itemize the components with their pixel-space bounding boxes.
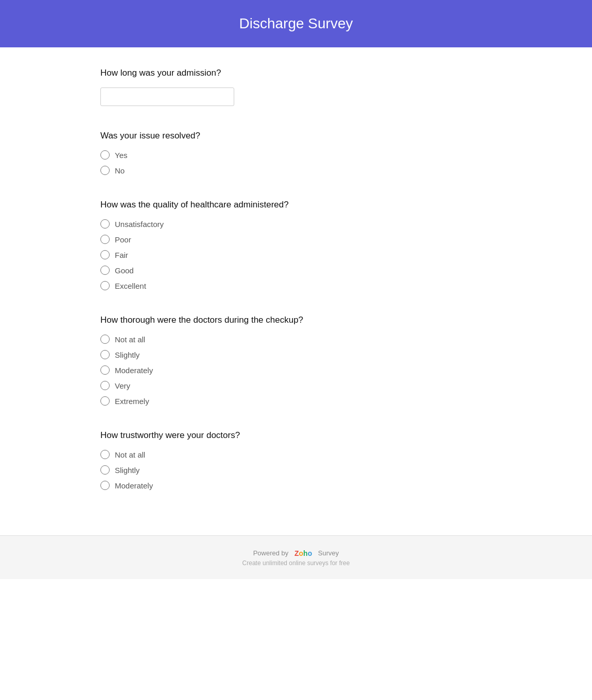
question-label-q5: How trustworthy were your doctors? xyxy=(100,430,492,441)
question-label-q3: How was the quality of healthcare admini… xyxy=(100,200,492,210)
text-input-q1[interactable] xyxy=(100,87,234,106)
radio-option-q2-0[interactable]: Yes xyxy=(100,150,492,160)
radio-option-q4-2[interactable]: Moderately xyxy=(100,365,492,375)
radio-input-q3-2[interactable] xyxy=(100,250,110,259)
radio-label-q3-0: Unsatisfactory xyxy=(115,220,164,229)
radio-input-q4-1[interactable] xyxy=(100,350,110,359)
survey-body: How long was your admission?Was your iss… xyxy=(75,47,517,535)
radio-option-q3-1[interactable]: Poor xyxy=(100,235,492,244)
question-label-q2: Was your issue resolved? xyxy=(100,131,492,141)
radio-option-q5-2[interactable]: Moderately xyxy=(100,481,492,490)
radio-option-q3-0[interactable]: Unsatisfactory xyxy=(100,219,492,229)
radio-input-q5-1[interactable] xyxy=(100,465,110,475)
radio-option-q5-1[interactable]: Slightly xyxy=(100,465,492,475)
radio-label-q3-3: Good xyxy=(115,266,134,275)
radio-label-q5-0: Not at all xyxy=(115,450,145,459)
page-title: Discharge Survey xyxy=(10,15,582,32)
radio-group-q4: Not at allSlightlyModeratelyVeryExtremel… xyxy=(100,335,492,406)
radio-label-q3-2: Fair xyxy=(115,251,128,259)
radio-option-q3-3[interactable]: Good xyxy=(100,266,492,275)
radio-option-q4-3[interactable]: Very xyxy=(100,381,492,390)
question-block-q2: Was your issue resolved?YesNo xyxy=(100,131,492,175)
radio-label-q2-0: Yes xyxy=(115,151,127,160)
footer-sub: Create unlimited online surveys for free xyxy=(10,559,582,567)
question-label-q4: How thorough were the doctors during the… xyxy=(100,315,492,325)
radio-group-q3: UnsatisfactoryPoorFairGoodExcellent xyxy=(100,219,492,290)
radio-label-q5-1: Slightly xyxy=(115,466,140,475)
radio-input-q4-0[interactable] xyxy=(100,335,110,344)
radio-option-q3-4[interactable]: Excellent xyxy=(100,281,492,290)
question-block-q4: How thorough were the doctors during the… xyxy=(100,315,492,406)
radio-label-q4-3: Very xyxy=(115,381,130,390)
page-header: Discharge Survey xyxy=(0,0,592,47)
question-block-q1: How long was your admission? xyxy=(100,68,492,106)
radio-input-q3-4[interactable] xyxy=(100,281,110,290)
radio-label-q4-4: Extremely xyxy=(115,397,149,406)
radio-input-q4-4[interactable] xyxy=(100,396,110,406)
question-block-q3: How was the quality of healthcare admini… xyxy=(100,200,492,290)
radio-input-q2-1[interactable] xyxy=(100,166,110,175)
zoho-logo: Zoho xyxy=(294,549,312,557)
radio-option-q4-1[interactable]: Slightly xyxy=(100,350,492,359)
radio-input-q3-0[interactable] xyxy=(100,219,110,229)
footer-brand: Powered by Zoho Survey xyxy=(253,549,339,557)
radio-group-q5: Not at allSlightlyModerately xyxy=(100,450,492,490)
radio-option-q4-4[interactable]: Extremely xyxy=(100,396,492,406)
radio-label-q3-4: Excellent xyxy=(115,282,146,290)
page-footer: Powered by Zoho Survey Create unlimited … xyxy=(0,535,592,579)
radio-label-q5-2: Moderately xyxy=(115,481,153,490)
zoho-o: o xyxy=(299,549,304,557)
radio-option-q4-0[interactable]: Not at all xyxy=(100,335,492,344)
zoho-z: Z xyxy=(294,549,299,557)
radio-option-q5-0[interactable]: Not at all xyxy=(100,450,492,459)
radio-group-q2: YesNo xyxy=(100,150,492,175)
radio-label-q2-1: No xyxy=(115,166,125,175)
radio-input-q5-2[interactable] xyxy=(100,481,110,490)
radio-input-q4-3[interactable] xyxy=(100,381,110,390)
radio-option-q2-1[interactable]: No xyxy=(100,166,492,175)
radio-label-q4-1: Slightly xyxy=(115,351,140,359)
question-label-q1: How long was your admission? xyxy=(100,68,492,78)
zoho-h: h xyxy=(303,549,308,557)
radio-label-q3-1: Poor xyxy=(115,235,131,244)
radio-input-q2-0[interactable] xyxy=(100,150,110,160)
radio-option-q3-2[interactable]: Fair xyxy=(100,250,492,259)
radio-input-q4-2[interactable] xyxy=(100,365,110,375)
radio-input-q5-0[interactable] xyxy=(100,450,110,459)
question-block-q5: How trustworthy were your doctors?Not at… xyxy=(100,430,492,490)
radio-label-q4-2: Moderately xyxy=(115,366,153,375)
powered-by-text: Powered by xyxy=(253,549,289,557)
zoho-o2: o xyxy=(308,549,312,557)
radio-input-q3-1[interactable] xyxy=(100,235,110,244)
radio-input-q3-3[interactable] xyxy=(100,266,110,275)
radio-label-q4-0: Not at all xyxy=(115,335,145,344)
footer-survey-text: Survey xyxy=(318,549,339,557)
